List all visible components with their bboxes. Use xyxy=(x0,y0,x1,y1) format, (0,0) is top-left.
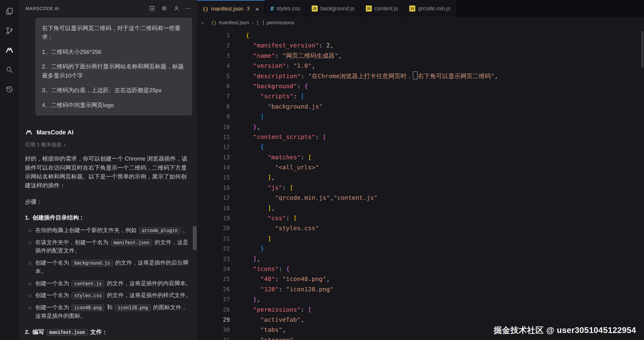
code-line-4: 4 "version": "1.0", xyxy=(197,61,644,71)
inline-code-chip: icon128.png xyxy=(115,304,151,311)
account-icon[interactable] xyxy=(171,3,181,13)
code-token xyxy=(246,296,253,303)
code-token: , xyxy=(326,275,330,283)
line-number: 10 xyxy=(197,122,238,132)
code-text: { xyxy=(238,30,249,40)
js-file-icon: JS xyxy=(409,5,415,12)
chevron-down-icon[interactable]: ⌄ xyxy=(200,18,205,25)
code-token xyxy=(246,82,253,90)
tab-styles.css[interactable]: #styles.css xyxy=(265,0,306,17)
code-token xyxy=(246,133,253,141)
code-line-17: 17 "qrcode.min.js","content.js" xyxy=(197,193,644,203)
line-number: 3 xyxy=(197,51,238,61)
code-text: "manifest_version": 2, xyxy=(238,40,334,50)
search-icon[interactable] xyxy=(4,64,15,75)
code-token xyxy=(246,275,260,283)
line-number: 29 xyxy=(197,315,238,325)
line-number: 23 xyxy=(197,254,238,264)
code-token: { xyxy=(286,265,289,272)
tab-content.js[interactable]: JScontent.js xyxy=(360,0,404,17)
files-icon[interactable] xyxy=(4,6,15,16)
code-token: : xyxy=(301,72,308,80)
code-token xyxy=(246,92,260,100)
tab-label: styles.css xyxy=(277,5,300,12)
line-number: 17 xyxy=(197,193,238,203)
line-number: 24 xyxy=(197,264,238,274)
tab-background.js[interactable]: JSbackground.js xyxy=(306,0,360,17)
code-line-20: 20 "styles.css" xyxy=(197,223,644,233)
user-message: 右下角可以显示网页二维码，对于这个二维码有一些要求：1、二维码大小256*256… xyxy=(35,18,192,116)
step-item-2: 2.编写 manifest.json 文件： xyxy=(25,328,192,336)
code-line-27: 27 }, xyxy=(197,294,644,304)
line-number: 26 xyxy=(197,284,238,294)
inline-code-chip: background.js xyxy=(71,260,113,266)
marscode-icon[interactable] xyxy=(4,45,15,55)
step-title: 2.编写 manifest.json 文件： xyxy=(25,328,192,336)
line-number: 12 xyxy=(197,142,238,152)
history-icon[interactable] xyxy=(4,84,15,94)
code-token: 2 xyxy=(326,42,330,49)
line-number: 27 xyxy=(197,294,238,304)
text-segment: 创建一个名为 xyxy=(35,292,71,298)
code-token: : xyxy=(315,133,323,141)
code-line-2: 2 "manifest_version": 2, xyxy=(197,40,644,50)
code-line-3: 3 "name": "网页二维码生成器", xyxy=(197,51,644,61)
inline-code-chip: content.js xyxy=(71,280,104,287)
list-item: 创建一个名为 icon48.png 和 icon128.png 的图标文件，这将… xyxy=(26,303,192,320)
list-item: 在该文件夹中，创建一个名为 manifest.json 的文件，这是插件的配置文… xyxy=(26,238,192,255)
tab-label: background.js xyxy=(320,5,355,12)
json-file-icon: {} xyxy=(203,6,208,12)
code-text: "128": "icon128.png" xyxy=(238,284,334,294)
code-line-12: 12 { xyxy=(197,142,644,152)
sidebar: MARSCODE AI ⚙ ⋯ 右下角可以显示网页二维码，对于这个二维码有一些要… xyxy=(19,0,197,340)
code-token: "matches" xyxy=(268,154,300,161)
line-number: 5 xyxy=(197,71,238,81)
list-item: 创建一个名为 background.js 的文件，这将是插件的后台脚本。 xyxy=(26,258,192,276)
sidebar-scrollbar[interactable] xyxy=(193,226,197,250)
code-token: : xyxy=(275,275,282,283)
code-text: "css": [ xyxy=(238,213,297,223)
code-token: "1.0" xyxy=(293,62,312,69)
code-token: : xyxy=(279,286,286,293)
line-number: 21 xyxy=(197,234,238,244)
code-token: "scripts" xyxy=(260,92,293,100)
assistant-message: MarsCode AI 引用 1 相关信息 › 好的，根据你的需求，你可以创建一… xyxy=(25,128,192,336)
code-token xyxy=(246,174,268,181)
new-chat-icon[interactable] xyxy=(147,3,157,13)
source-control-icon[interactable] xyxy=(4,26,15,36)
code-text: "description": "在Chrome浏览器上打卡任意网页时，右下角可以… xyxy=(238,71,498,81)
inline-code-chip: icon48.png xyxy=(71,304,104,311)
close-icon[interactable]: × xyxy=(255,6,259,12)
code-token: "网页二维码生成器" xyxy=(282,52,338,59)
line-number: 13 xyxy=(197,152,238,162)
code-token: "background.js" xyxy=(268,103,323,110)
settings-gear-icon[interactable]: ⚙ xyxy=(159,3,169,13)
line-number: 28 xyxy=(197,305,238,315)
citation-link[interactable]: 引用 1 相关信息 › xyxy=(25,141,192,148)
code-text: "qrcode.min.js","content.js" xyxy=(238,193,378,203)
code-token: , xyxy=(312,62,315,69)
code-line-31: 31 "storage", xyxy=(197,335,644,340)
code-token: ] xyxy=(260,113,264,120)
tab-manifest.json[interactable]: {}manifest.json3× xyxy=(197,0,265,17)
code-token: , xyxy=(494,72,498,80)
code-editor[interactable]: 1{2 "manifest_version": 2,3 "name": "网页二… xyxy=(197,29,644,340)
editor-scrollbar[interactable] xyxy=(641,31,643,68)
inline-code-chip: qrcode_plugin xyxy=(139,227,180,234)
code-token: [ xyxy=(308,154,312,161)
breadcrumb-item-manifest.json[interactable]: {}manifest.json xyxy=(211,20,249,26)
code-text: "content_scripts": [ xyxy=(238,132,326,142)
more-icon[interactable]: ⋯ xyxy=(184,3,193,13)
code-text: }, xyxy=(238,122,260,132)
code-line-25: 25 "48": "icon48.png", xyxy=(197,274,644,284)
code-token xyxy=(246,42,253,49)
code-text: "48": "icon48.png", xyxy=(238,274,330,284)
code-token xyxy=(246,113,260,120)
code-line-22: 22 } xyxy=(197,244,644,254)
breadcrumb-item-permissions[interactable]: [ ]permissions xyxy=(256,20,294,26)
code-token xyxy=(246,103,268,110)
tab-qrcode.min.js[interactable]: JSqrcode.min.js xyxy=(404,0,456,17)
breadcrumb-label: manifest.json xyxy=(219,20,249,26)
inline-code-chip: manifest.json xyxy=(111,239,152,246)
user-message-line: 右下角可以显示网页二维码，对于这个二维码有一些要求： xyxy=(42,24,185,42)
